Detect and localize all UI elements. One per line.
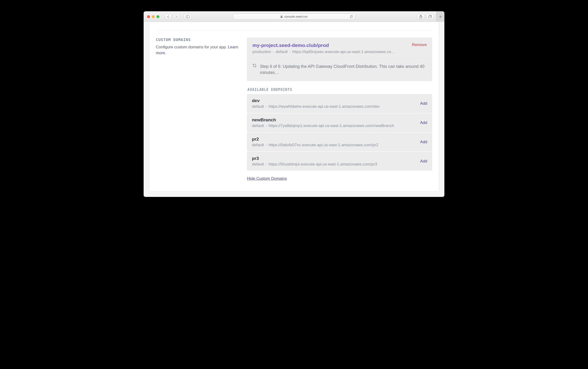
chevron-right-icon: › [289,50,291,54]
minimize-window-button[interactable] [152,15,155,18]
svg-rect-2 [281,16,283,18]
close-window-button[interactable] [147,15,150,18]
available-endpoints-title: AVAILABLE ENDPOINTS [247,88,432,92]
add-domain-button[interactable]: Add [420,159,427,164]
add-domain-button[interactable]: Add [420,101,427,106]
crumb-service: default [276,50,288,54]
svg-rect-0 [186,15,190,18]
chevron-right-icon [175,15,178,18]
section-desc: Configure custom domains for your app. L… [156,44,241,56]
status-text: Step 6 of 6: Updating the API Gateway Cl… [260,63,427,76]
endpoint-name: newBranch [252,117,394,122]
tabs-icon [429,15,432,18]
endpoint-url: https://wywhfdwtre.execute-api.us-east-1… [269,104,379,109]
section-title: CUSTOM DOMAINS [156,38,241,42]
configured-domain-title: my-project.seed-demo.club/prod [252,42,398,48]
endpoint-sub: default›https://7ya8dojmp1.execute-api.u… [252,123,394,128]
show-sidebar-button[interactable] [184,14,192,20]
endpoint-row: newBranchdefault›https://7ya8dojmp1.exec… [247,113,432,132]
custom-domains-main: my-project.seed-demo.club/prod productio… [247,38,432,181]
endpoint-url: https://0alo4z07vc.execute-api.us-east-1… [269,143,378,147]
add-domain-button[interactable]: Add [420,140,427,144]
show-tabs-button[interactable] [426,14,434,20]
share-button[interactable] [417,14,424,20]
window-controls [146,15,159,18]
endpoint-info: devdefault›https://wywhfdwtre.execute-ap… [252,98,379,109]
spinner-icon [252,63,257,76]
chevron-left-icon [167,15,169,18]
crumb-stage: production [252,50,271,54]
address-host: console.seed.run [284,15,307,18]
section-desc-text: Configure custom domains for your app. [156,45,228,49]
endpoint-sub: default›https://wywhfdwtre.execute-api.u… [252,104,379,109]
configured-domain-card: my-project.seed-demo.club/prod productio… [247,38,432,81]
endpoint-name: pr3 [252,156,377,161]
sidebar-icon [186,15,190,18]
endpoint-list: devdefault›https://wywhfdwtre.execute-ap… [247,94,432,171]
endpoint-url: https://5husblmjoi.execute-api.us-east-1… [269,162,377,166]
endpoint-sub: default›https://5husblmjoi.execute-api.u… [252,162,377,167]
reload-icon [350,15,353,18]
new-tab-button[interactable] [436,11,444,22]
breadcrumb: production › default › https://tqd0rzpse… [252,50,398,54]
chevron-right-icon: › [266,162,267,166]
endpoint-row: pr3default›https://5husblmjoi.execute-ap… [247,152,432,171]
plus-icon [439,15,442,18]
chevron-right-icon: › [266,123,267,128]
chevron-right-icon: › [273,50,274,54]
reload-button[interactable] [350,15,353,18]
endpoint-service: default [252,123,264,128]
settings-panel: CUSTOM DOMAINS Configure custom domains … [149,22,439,191]
browser-window: console.seed.run CUSTOM DOMAINS [144,11,444,197]
configured-domain-status: Step 6 of 6: Updating the API Gateway Cl… [247,59,432,81]
back-button[interactable] [165,14,172,20]
fullscreen-window-button[interactable] [157,15,159,18]
chevron-right-icon: › [266,104,267,109]
endpoint-service: default [252,162,264,166]
lock-icon [280,15,283,18]
endpoint-info: pr2default›https://0alo4z07vc.execute-ap… [252,137,378,147]
browser-toolbar: console.seed.run [144,11,444,22]
hide-custom-domains-link[interactable]: Hide Custom Domains [247,176,287,181]
endpoint-name: dev [252,98,379,103]
add-domain-button[interactable]: Add [420,120,427,125]
share-icon [419,15,422,18]
crumb-url: https://tqd0rzpsec.execute-api.us-east-1… [292,50,398,54]
address-bar[interactable]: console.seed.run [233,14,355,20]
remove-domain-button[interactable]: Remove [412,42,427,47]
chevron-right-icon: › [266,143,267,147]
endpoint-service: default [252,143,264,147]
endpoint-service: default [252,104,264,109]
endpoint-row: devdefault›https://wywhfdwtre.execute-ap… [247,94,432,113]
endpoint-info: newBranchdefault›https://7ya8dojmp1.exec… [252,117,394,128]
svg-rect-5 [429,16,431,18]
endpoint-sub: default›https://0alo4z07vc.execute-api.u… [252,143,378,147]
endpoint-url: https://7ya8dojmp1.execute-api.us-east-1… [269,123,394,128]
page-body: CUSTOM DOMAINS Configure custom domains … [144,22,444,197]
endpoint-name: pr2 [252,137,378,142]
custom-domains-sidebar: CUSTOM DOMAINS Configure custom domains … [156,38,241,56]
endpoint-info: pr3default›https://5husblmjoi.execute-ap… [252,156,377,167]
endpoint-row: pr2default›https://0alo4z07vc.execute-ap… [247,133,432,151]
configured-domain-info: my-project.seed-demo.club/prod productio… [252,42,398,54]
forward-button[interactable] [173,14,179,20]
